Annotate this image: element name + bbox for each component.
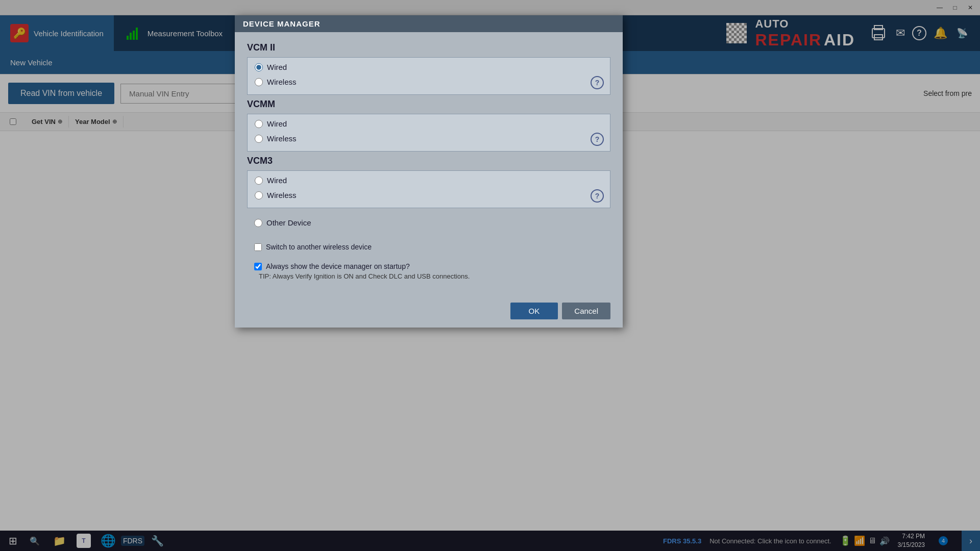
vcm2-wireless-radio[interactable] [255, 78, 263, 86]
vcm3-help-icon[interactable]: ? [591, 189, 604, 203]
vcm2-wireless-option[interactable]: Wireless ? [248, 74, 610, 92]
vcmm-section: VCMM Wired Wireless ? [247, 99, 610, 152]
vcm3-wireless-option[interactable]: Wireless ? [248, 188, 610, 206]
vcm2-wireless-label: Wireless [267, 78, 297, 86]
dialog-title: DEVICE MANAGER [243, 19, 321, 28]
device-manager-dialog: DEVICE MANAGER VCM II Wired Wireless ? V… [235, 15, 623, 328]
vcm3-title: VCM3 [247, 156, 610, 166]
vcm3-options: Wired Wireless ? [247, 170, 610, 208]
vcmm-wireless-option[interactable]: Wireless ? [248, 131, 610, 149]
dialog-title-bar: DEVICE MANAGER [235, 15, 623, 32]
vcmm-wireless-radio[interactable] [255, 135, 263, 143]
vcmm-wired-label: Wired [267, 119, 287, 128]
other-device-row[interactable]: Other Device [247, 212, 610, 229]
always-show-row: Always show the device manager on startu… [247, 257, 610, 273]
vcmm-wired-option[interactable]: Wired [248, 116, 610, 131]
vcm3-wireless-label: Wireless [267, 191, 297, 199]
vcm2-wired-option[interactable]: Wired [248, 60, 610, 74]
vcm3-wired-label: Wired [267, 176, 287, 185]
vcm2-section: VCM II Wired Wireless ? [247, 42, 610, 95]
always-show-checkbox[interactable] [254, 263, 262, 270]
tip-text: TIP: Always Verify Ignition is ON and Ch… [259, 272, 610, 280]
vcmm-wireless-label: Wireless [267, 134, 297, 143]
vcm3-wired-radio[interactable] [255, 177, 263, 185]
cancel-button[interactable]: Cancel [562, 303, 610, 319]
other-device-label: Other Device [266, 218, 311, 227]
vcm3-wireless-radio[interactable] [255, 191, 263, 199]
vcm2-wired-label: Wired [267, 63, 287, 71]
dialog-footer: OK Cancel [235, 294, 623, 328]
switch-wireless-label: Switch to another wireless device [266, 242, 372, 253]
vcm3-wired-option[interactable]: Wired [248, 173, 610, 188]
dialog-body: VCM II Wired Wireless ? VCMM Wired [235, 32, 623, 294]
vcm2-help-icon[interactable]: ? [591, 76, 604, 89]
vcmm-wired-radio[interactable] [255, 120, 263, 128]
switch-wireless-row: Switch to another wireless device [247, 237, 610, 254]
vcmm-title: VCMM [247, 99, 610, 110]
vcm2-options: Wired Wireless ? [247, 57, 610, 95]
always-show-label: Always show the device manager on startu… [266, 262, 410, 272]
vcmm-options: Wired Wireless ? [247, 114, 610, 152]
vcm2-title: VCM II [247, 42, 610, 53]
vcmm-help-icon[interactable]: ? [591, 133, 604, 146]
vcm3-section: VCM3 Wired Wireless ? [247, 156, 610, 208]
switch-wireless-checkbox[interactable] [254, 243, 262, 251]
other-device-radio[interactable] [254, 219, 262, 227]
vcm2-wired-radio[interactable] [255, 63, 263, 71]
ok-button[interactable]: OK [510, 303, 558, 319]
